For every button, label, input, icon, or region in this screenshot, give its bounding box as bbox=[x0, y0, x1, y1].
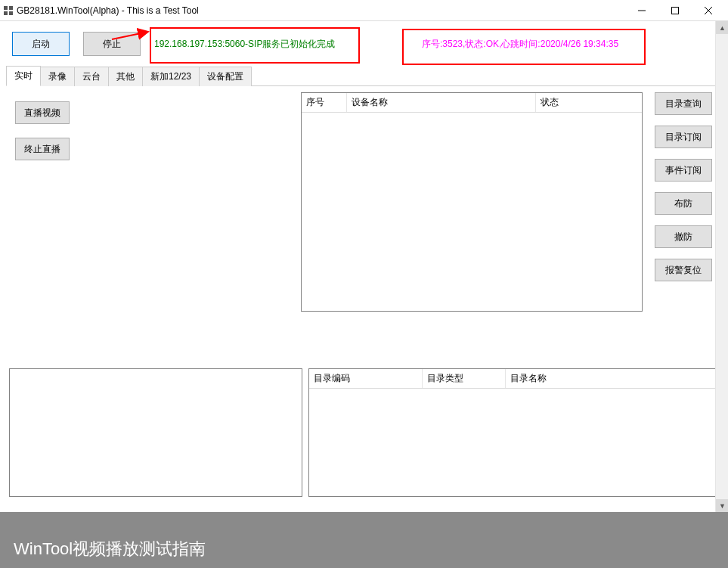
scroll-down-icon[interactable]: ▼ bbox=[716, 499, 728, 512]
heartbeat-status-text: 序号:3523,状态:OK,心跳时间:2020/4/26 19:34:35 bbox=[422, 38, 618, 51]
left-actions: 直播视频 终止直播 bbox=[6, 86, 301, 364]
arm-button[interactable]: 布防 bbox=[655, 192, 712, 215]
tab-other[interactable]: 其他 bbox=[108, 67, 143, 86]
stop-live-button[interactable]: 终止直播 bbox=[15, 138, 70, 160]
lower-panels: 目录编码 目录类型 目录名称 bbox=[6, 368, 722, 497]
stop-button[interactable]: 停止 bbox=[83, 32, 141, 56]
col-status[interactable]: 状态 bbox=[536, 93, 642, 112]
start-button[interactable]: 启动 bbox=[12, 32, 70, 56]
svg-rect-5 bbox=[672, 7, 679, 14]
live-video-button[interactable]: 直播视频 bbox=[15, 101, 70, 124]
window-title: GB28181.WinTool(Alpha) - This is a Test … bbox=[17, 5, 625, 16]
svg-rect-3 bbox=[9, 11, 13, 15]
svg-rect-0 bbox=[4, 6, 8, 10]
main-area: 直播视频 终止直播 序号 设备名称 状态 目录查询 目录订阅 事件订阅 布防 撤… bbox=[6, 86, 722, 497]
catalog-query-button[interactable]: 目录查询 bbox=[655, 92, 712, 115]
log-panel[interactable] bbox=[9, 368, 302, 497]
side-buttons: 目录查询 目录订阅 事件订阅 布防 撤防 报警复位 bbox=[643, 86, 718, 364]
svg-rect-2 bbox=[4, 11, 8, 15]
catalog-table-header: 目录编码 目录类型 目录名称 bbox=[309, 369, 715, 389]
window-body: 启动 停止 192.168.197.153:5060-SIP服务已初始化完成 序… bbox=[0, 21, 728, 512]
tabs-row: 实时 录像 云台 其他 新加12/23 设备配置 bbox=[6, 67, 722, 86]
top-toolbar: 启动 停止 192.168.197.153:5060-SIP服务已初始化完成 序… bbox=[6, 27, 722, 61]
maximize-button[interactable] bbox=[658, 0, 692, 21]
app-icon bbox=[3, 5, 14, 16]
device-table-header: 序号 设备名称 状态 bbox=[302, 93, 642, 113]
upper-panels: 直播视频 终止直播 序号 设备名称 状态 目录查询 目录订阅 事件订阅 布防 撤… bbox=[6, 86, 722, 364]
device-table[interactable]: 序号 设备名称 状态 bbox=[301, 92, 643, 312]
vertical-scrollbar[interactable]: ▲ ▼ bbox=[715, 21, 728, 512]
sip-status-text: 192.168.197.153:5060-SIP服务已初始化完成 bbox=[154, 38, 335, 51]
tab-realtime[interactable]: 实时 bbox=[6, 66, 41, 86]
tab-new1223[interactable]: 新加12/23 bbox=[142, 67, 200, 86]
scroll-up-icon[interactable]: ▲ bbox=[716, 21, 728, 34]
event-subscribe-button[interactable]: 事件订阅 bbox=[655, 159, 712, 182]
minimize-button[interactable] bbox=[625, 0, 658, 21]
titlebar-controls bbox=[625, 0, 725, 21]
close-button[interactable] bbox=[692, 0, 725, 21]
col-catalog-type[interactable]: 目录类型 bbox=[423, 369, 506, 388]
scroll-track[interactable] bbox=[716, 34, 728, 499]
col-catalog-name[interactable]: 目录名称 bbox=[506, 369, 715, 388]
col-device-name[interactable]: 设备名称 bbox=[347, 93, 536, 112]
footer-banner-text: WinTool视频播放测试指南 bbox=[14, 538, 206, 560]
alarm-reset-button[interactable]: 报警复位 bbox=[655, 259, 712, 281]
col-catalog-code[interactable]: 目录编码 bbox=[309, 369, 423, 388]
catalog-subscribe-button[interactable]: 目录订阅 bbox=[655, 126, 712, 148]
titlebar: GB28181.WinTool(Alpha) - This is a Test … bbox=[0, 0, 728, 21]
tab-recording[interactable]: 录像 bbox=[40, 67, 75, 86]
footer-banner: WinTool视频播放测试指南 bbox=[0, 512, 728, 568]
disarm-button[interactable]: 撤防 bbox=[655, 225, 712, 248]
col-seq[interactable]: 序号 bbox=[302, 93, 347, 112]
tab-ptz[interactable]: 云台 bbox=[74, 67, 109, 86]
catalog-table[interactable]: 目录编码 目录类型 目录名称 bbox=[308, 368, 716, 497]
tab-device-config[interactable]: 设备配置 bbox=[199, 67, 252, 86]
svg-rect-1 bbox=[9, 6, 13, 10]
